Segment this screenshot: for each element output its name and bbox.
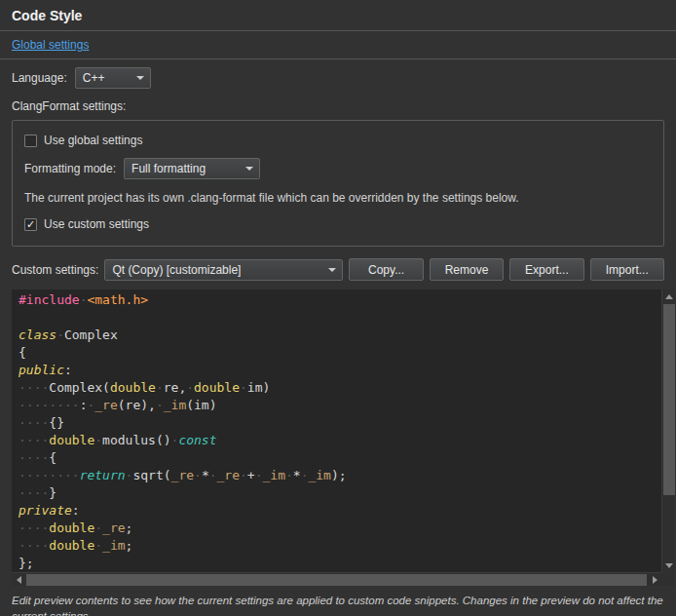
- language-select-value: C++: [83, 71, 105, 85]
- code-line: ····Complex(double·re,·double·im): [19, 379, 659, 397]
- code-line: ····{}: [19, 414, 659, 432]
- checkbox-icon[interactable]: [24, 135, 37, 147]
- preview-help-text: Edit preview contents to see how the cur…: [12, 594, 664, 616]
- code-line: ····double·_re;: [19, 520, 659, 537]
- chevron-down-icon: [136, 76, 144, 80]
- formatting-mode-label: Formatting mode:: [24, 162, 116, 175]
- global-settings-row: Global settings: [0, 31, 676, 58]
- custom-settings-label: Custom settings:: [12, 263, 98, 277]
- scroll-up-icon[interactable]: [662, 289, 675, 303]
- use-custom-settings-checkbox[interactable]: Use custom settings: [24, 216, 652, 232]
- scroll-down-icon[interactable]: [662, 558, 675, 572]
- checkbox-icon[interactable]: [24, 218, 37, 231]
- custom-settings-select[interactable]: Qt (Copy) [customizable]: [104, 259, 343, 281]
- clangformat-groupbox: Use global settings Formatting mode: Ful…: [12, 120, 664, 247]
- clangformat-settings-label: ClangFormat settings:: [0, 96, 676, 113]
- code-line: {: [19, 344, 659, 362]
- code-line: ····{: [19, 449, 659, 467]
- custom-settings-row: Custom settings: Qt (Copy) [customizable…: [0, 247, 676, 289]
- copy-button[interactable]: Copy...: [349, 258, 423, 281]
- vertical-scrollbar[interactable]: [661, 289, 675, 572]
- formatting-mode-value: Full formatting: [131, 162, 206, 175]
- vertical-scrollbar-thumb[interactable]: [663, 304, 675, 495]
- custom-settings-value: Qt (Copy) [customizable]: [112, 263, 241, 277]
- code-line: };: [19, 555, 659, 571]
- formatting-mode-select[interactable]: Full formatting: [124, 158, 260, 179]
- code-style-pane: Code Style Global settings Language: C++…: [0, 0, 676, 616]
- code-line: ········return·sqrt(_re·*·_re·+·_im·*·_i…: [19, 467, 659, 484]
- import-button[interactable]: Import...: [590, 258, 664, 281]
- code-line: #include·<math.h>: [19, 291, 659, 309]
- use-global-settings-checkbox[interactable]: Use global settings: [24, 133, 652, 148]
- formatting-mode-row: Formatting mode: Full formatting: [24, 158, 652, 179]
- scrollbar-corner: [661, 572, 675, 586]
- clang-format-override-note: The current project has its own .clang-f…: [24, 191, 652, 205]
- chevron-down-icon: [245, 167, 253, 171]
- page-title: Code Style: [0, 0, 676, 30]
- code-content[interactable]: #include·<math.h> class·Complex{public:·…: [19, 291, 659, 571]
- chevron-down-icon: [328, 268, 336, 272]
- scroll-right-icon[interactable]: [648, 573, 661, 586]
- horizontal-scrollbar[interactable]: [12, 572, 661, 586]
- code-line: ····double·_im;: [19, 537, 659, 555]
- code-line: class·Complex: [19, 327, 659, 344]
- use-custom-settings-label: Use custom settings: [44, 217, 149, 231]
- code-line: ····}: [19, 484, 659, 502]
- scroll-left-icon[interactable]: [12, 573, 25, 586]
- code-line: ····double·modulus()·const: [19, 432, 659, 449]
- code-line: [19, 309, 659, 327]
- code-line: private:: [19, 502, 659, 520]
- code-preview-editor[interactable]: #include·<math.h> class·Complex{public:·…: [12, 289, 675, 586]
- code-line: ········:·_re(re),·_im(im): [19, 397, 659, 414]
- code-line: public:: [19, 362, 659, 379]
- language-label: Language:: [12, 71, 67, 85]
- use-global-settings-label: Use global settings: [44, 134, 142, 147]
- export-button[interactable]: Export...: [509, 258, 583, 281]
- horizontal-scrollbar-thumb[interactable]: [26, 574, 647, 586]
- language-row: Language: C++: [0, 59, 676, 96]
- language-select[interactable]: C++: [75, 67, 151, 89]
- global-settings-link[interactable]: Global settings: [12, 38, 89, 52]
- remove-button[interactable]: Remove: [430, 258, 504, 281]
